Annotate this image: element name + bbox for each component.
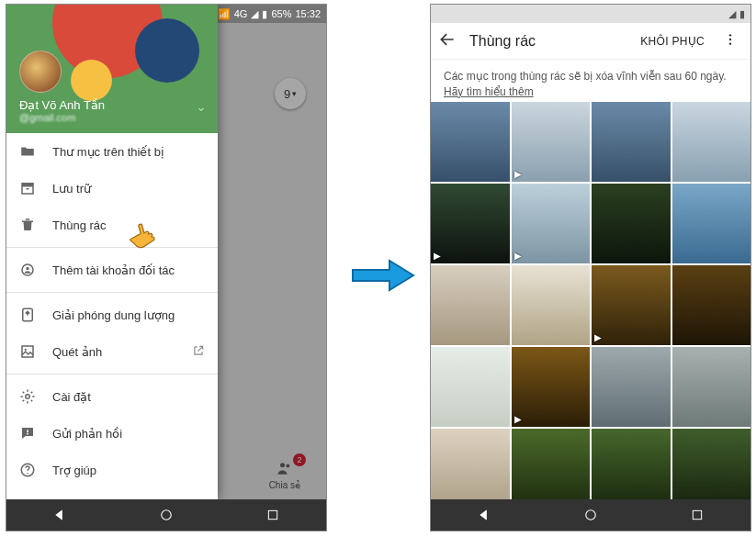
trash-thumbnail[interactable] xyxy=(592,265,671,345)
svg-rect-3 xyxy=(22,186,33,194)
overflow-icon[interactable] xyxy=(717,32,743,50)
drawer-item-free-up[interactable]: Giải phóng dung lượng xyxy=(6,296,218,333)
drawer-item-label: Thêm tài khoản đối tác xyxy=(52,263,175,277)
trash-thumbnail[interactable] xyxy=(431,184,510,263)
svg-rect-10 xyxy=(27,430,28,432)
external-icon xyxy=(192,344,205,360)
trash-thumbnail[interactable] xyxy=(431,102,510,182)
restore-button[interactable]: KHÔI PHỤC xyxy=(640,35,705,48)
free-up-icon xyxy=(19,307,36,323)
nav-recent-button[interactable] xyxy=(259,506,287,524)
status-bar-right: ◢ ▮ xyxy=(431,5,750,23)
account-caret-icon[interactable] xyxy=(196,102,207,118)
svg-rect-15 xyxy=(268,510,276,519)
trash-thumbnail[interactable] xyxy=(512,265,591,345)
feedback-icon xyxy=(19,425,36,442)
drawer-item-label: Thư mục trên thiết bị xyxy=(52,145,164,159)
drawer-item-partner[interactable]: Thêm tài khoản đối tác xyxy=(6,252,218,288)
trash-thumbnail[interactable] xyxy=(672,184,751,263)
drawer-item-label: Thùng rác xyxy=(52,218,107,232)
user-name: Đạt Võ Anh Tần xyxy=(19,98,205,112)
nav-home-button[interactable] xyxy=(577,506,604,524)
svg-point-8 xyxy=(25,349,27,351)
svg-point-9 xyxy=(26,395,30,399)
page-title: Thùng rác xyxy=(469,33,627,50)
trash-thumbnail[interactable] xyxy=(431,265,510,345)
drawer-item-label: Lưu trữ xyxy=(52,182,91,196)
drawer-list: Thư mục trên thiết bị Lưu trữ Thùng rác … xyxy=(6,133,218,499)
navigation-drawer: Đạt Võ Anh Tần @gmail.com Thư mục trên t… xyxy=(6,5,218,499)
decor-circle xyxy=(71,60,112,101)
nav-home-button[interactable] xyxy=(152,506,180,524)
drawer-item-label: Trợ giúp xyxy=(52,464,96,477)
user-email: @gmail.com xyxy=(19,112,205,123)
trash-thumbnail[interactable] xyxy=(672,265,751,345)
drawer-item-scan[interactable]: Quét ảnh xyxy=(6,333,218,370)
svg-rect-2 xyxy=(21,183,34,185)
drawer-item-help[interactable]: Trợ giúp xyxy=(6,452,218,488)
nav-back-button[interactable] xyxy=(46,506,73,524)
drawer-item-label: Cài đặt xyxy=(52,390,91,404)
battery-label: 65% xyxy=(271,8,291,19)
trash-thumbnail[interactable] xyxy=(672,429,751,499)
folder-icon xyxy=(19,143,36,160)
trash-thumbnail[interactable] xyxy=(512,429,591,499)
trash-thumbnail[interactable] xyxy=(512,184,591,263)
trash-thumbnail[interactable] xyxy=(592,184,671,263)
network-label: 4G xyxy=(234,8,248,19)
help-icon xyxy=(19,462,36,478)
svg-point-13 xyxy=(27,473,28,475)
trash-info-text: Các mục trong thùng rác sẽ bị xóa vĩnh v… xyxy=(444,70,727,83)
scan-icon xyxy=(19,343,36,360)
divider xyxy=(6,247,218,248)
transition-arrow-icon xyxy=(351,257,415,294)
trash-thumbnail[interactable] xyxy=(592,429,671,499)
svg-point-17 xyxy=(729,38,731,39)
avatar[interactable] xyxy=(19,50,62,93)
trash-thumbnail[interactable] xyxy=(672,102,751,182)
signal-icon: ◢ xyxy=(728,8,736,20)
drawer-item-feedback[interactable]: Gửi phản hồi xyxy=(6,415,218,452)
trash-thumbnail[interactable] xyxy=(512,102,591,182)
svg-point-18 xyxy=(729,42,731,44)
trash-icon xyxy=(19,217,36,233)
phone-right: ◢ ▮ Thùng rác KHÔI PHỤC Các mục trong th… xyxy=(430,4,751,531)
trash-thumbnail[interactable] xyxy=(592,102,671,182)
drawer-item-label: Quét ảnh xyxy=(52,345,102,359)
trash-thumbnail[interactable] xyxy=(592,347,671,427)
nav-recent-button[interactable] xyxy=(683,506,711,524)
phone-left: 9 ▾ 2 Chia sẻ ℕ ⏰ 📶 4G ◢ ▮ 65% 15:32 xyxy=(6,4,327,531)
drawer-item-settings[interactable]: Cài đặt xyxy=(6,378,218,415)
trash-thumbnail[interactable] xyxy=(512,347,591,427)
drawer-item-archive[interactable]: Lưu trữ xyxy=(6,170,218,207)
clock-label: 15:32 xyxy=(295,8,321,19)
android-nav-bar xyxy=(6,499,326,531)
divider xyxy=(6,374,218,375)
trash-thumbnail[interactable] xyxy=(672,347,751,427)
svg-rect-7 xyxy=(22,346,33,357)
divider xyxy=(6,292,218,293)
trash-thumbnail[interactable] xyxy=(431,347,510,427)
trash-grid[interactable] xyxy=(431,100,750,499)
learn-more-link[interactable]: Hãy tìm hiểu thêm xyxy=(444,85,534,98)
battery-icon: ▮ xyxy=(739,8,745,20)
battery-icon: ▮ xyxy=(262,8,267,20)
drawer-header[interactable]: Đạt Võ Anh Tần @gmail.com xyxy=(6,5,218,133)
svg-rect-11 xyxy=(27,433,28,435)
svg-point-16 xyxy=(729,34,731,36)
nav-back-button[interactable] xyxy=(470,506,498,524)
drawer-item-device-folders[interactable]: Thư mục trên thiết bị xyxy=(6,133,218,170)
trash-header: Thùng rác KHÔI PHỤC xyxy=(431,23,750,60)
decor-circle xyxy=(135,18,199,83)
back-icon[interactable] xyxy=(438,30,457,52)
gear-icon xyxy=(19,388,36,405)
svg-point-14 xyxy=(162,510,172,520)
android-nav-bar xyxy=(431,499,750,531)
svg-rect-20 xyxy=(693,510,701,519)
archive-icon xyxy=(19,180,36,196)
partner-icon xyxy=(19,262,36,278)
drawer-item-label: Gửi phản hồi xyxy=(52,427,122,441)
trash-thumbnail[interactable] xyxy=(431,429,510,499)
signal-icon: ◢ xyxy=(251,8,258,20)
drawer-item-trash[interactable]: Thùng rác xyxy=(6,207,218,243)
